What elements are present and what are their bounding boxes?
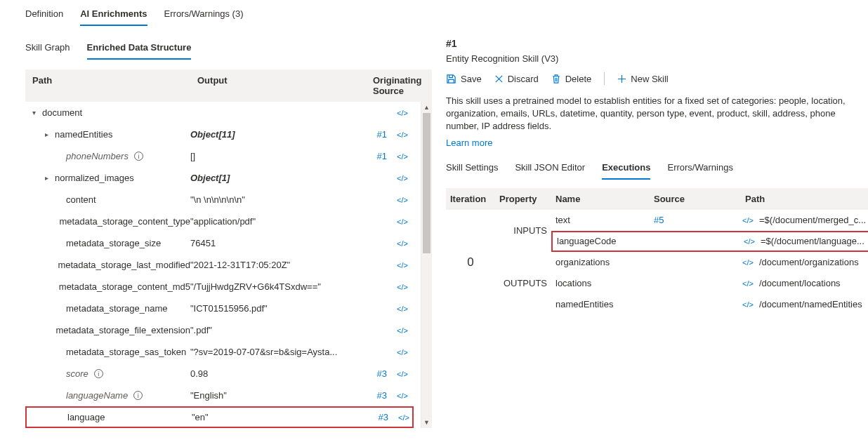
code-icon[interactable]: </> xyxy=(394,326,411,335)
exec-name: text xyxy=(551,215,650,225)
tree-label: namedEntities xyxy=(55,129,112,140)
code-icon[interactable]: </> xyxy=(394,174,411,182)
info-icon[interactable]: i xyxy=(133,391,143,400)
plus-icon xyxy=(617,74,626,84)
tree-row-namedentities[interactable]: ▸namedEntities Object[11] #1 </> xyxy=(25,124,414,145)
discard-label: Discard xyxy=(508,74,539,84)
left-panel: Skill Graph Enriched Data Structure Path… xyxy=(0,27,432,447)
source-link[interactable]: #3 xyxy=(367,412,395,422)
tree-row-mstorage-sas-token[interactable]: metadata_storage_sas_token "?sv=2019-07-… xyxy=(25,341,414,363)
info-icon[interactable]: i xyxy=(134,152,143,161)
exec-path: =$(/document/merged_c... xyxy=(755,215,868,225)
tree-row-content[interactable]: content "\n \n\n\n\n\n" </> xyxy=(25,189,414,211)
code-icon[interactable]: </> xyxy=(394,261,411,269)
code-icon[interactable]: </> xyxy=(394,218,411,226)
subtab-enriched-data[interactable]: Enriched Data Structure xyxy=(87,38,192,60)
scrollbar[interactable]: ▲ ▼ xyxy=(421,102,432,428)
tree-row-languagename[interactable]: languageNamei "English" #3 </> xyxy=(25,385,414,406)
exec-path: /document/organizations xyxy=(755,257,868,267)
tab-skill-errors[interactable]: Errors/Warnings xyxy=(667,158,732,180)
sub-tabs: Skill Graph Enriched Data Structure xyxy=(25,38,432,60)
tree-output: 0.98 xyxy=(190,368,366,379)
code-icon[interactable]: </> xyxy=(394,348,411,356)
header-originating-source: Originating Source xyxy=(366,69,432,102)
tree-label: language xyxy=(67,412,105,422)
skill-description: This skill uses a pretrained model to es… xyxy=(446,95,868,133)
source-link[interactable]: #3 xyxy=(366,390,394,401)
tree-label: metadata_storage_sas_token xyxy=(66,347,186,357)
delete-button[interactable]: Delete xyxy=(551,74,592,84)
scroll-thumb[interactable] xyxy=(423,113,430,253)
scroll-up-icon[interactable]: ▲ xyxy=(421,102,432,113)
source-link[interactable]: #3 xyxy=(366,368,394,379)
tab-executions[interactable]: Executions xyxy=(602,158,650,180)
code-icon[interactable]: </> xyxy=(394,196,411,204)
exec-row-text[interactable]: text #5 </> =$(/document/merged_c... xyxy=(551,210,868,231)
code-icon[interactable]: </> xyxy=(394,239,411,248)
code-icon[interactable]: </> xyxy=(742,237,756,246)
tree-row-score[interactable]: scorei 0.98 #3 </> xyxy=(25,363,414,385)
code-icon[interactable]: </> xyxy=(394,152,411,161)
tree-row-phonenumbers[interactable]: phoneNumbersi [] #1 </> xyxy=(25,145,414,167)
tab-errors-warnings[interactable]: Errors/Warnings (3) xyxy=(164,3,244,26)
close-icon xyxy=(494,74,504,84)
exec-source-link[interactable]: #5 xyxy=(654,215,664,225)
tree-row-mstorage-file-ext[interactable]: metadata_storage_file_extension ".pdf" <… xyxy=(25,319,414,341)
tree-label: metadata_storage_size xyxy=(66,238,161,248)
discard-button[interactable]: Discard xyxy=(494,74,539,84)
tree-row-language[interactable]: language "en" #3 </> xyxy=(25,406,414,428)
info-icon[interactable]: i xyxy=(94,369,103,378)
tree-output: [] xyxy=(190,151,366,161)
tree-label: metadata_storage_last_modified xyxy=(58,260,190,270)
tree-label: metadata_storage_name xyxy=(66,303,168,314)
code-icon[interactable]: </> xyxy=(741,216,755,225)
tree-label: languageName xyxy=(66,390,128,401)
code-icon[interactable]: </> xyxy=(394,131,411,139)
chevron-down-icon[interactable]: ▾ xyxy=(28,109,39,116)
main-tabs: Definition AI Enrichments Errors/Warning… xyxy=(0,0,868,27)
code-icon[interactable]: </> xyxy=(394,109,411,117)
outputs-label: OUTPUTS xyxy=(495,252,551,315)
exec-row-locations[interactable]: locations </> /document/locations xyxy=(551,273,868,294)
code-icon[interactable]: </> xyxy=(394,283,411,291)
new-skill-button[interactable]: New Skill xyxy=(617,74,668,84)
code-icon[interactable]: </> xyxy=(394,392,411,400)
toolbar-separator xyxy=(604,72,605,85)
tree-row-mstorage-size[interactable]: metadata_storage_size 76451 </> xyxy=(25,232,414,254)
tree-label: metadata_storage_file_extension xyxy=(55,325,190,335)
exec-row-languagecode[interactable]: languageCode </> =$(/document/language..… xyxy=(551,231,868,252)
chevron-right-icon[interactable]: ▸ xyxy=(41,174,52,182)
tree-row-mstorage-content-md5[interactable]: metadata_storage_content_md5 "/TujjHwdgZ… xyxy=(25,276,414,298)
scroll-down-icon[interactable]: ▼ xyxy=(421,417,432,428)
tab-skill-settings[interactable]: Skill Settings xyxy=(446,158,498,180)
exec-path: /document/locations xyxy=(755,278,868,288)
tree-row-mstorage-content-type[interactable]: metadata_storage_content_type "applicati… xyxy=(25,211,414,232)
code-icon[interactable]: </> xyxy=(741,300,755,309)
exec-path: /document/namedEntities xyxy=(755,299,868,309)
code-icon[interactable]: </> xyxy=(741,279,755,288)
code-icon[interactable]: </> xyxy=(741,258,755,267)
tab-ai-enrichments[interactable]: AI Enrichments xyxy=(80,3,147,26)
tree-label: metadata_storage_content_md5 xyxy=(59,281,190,292)
skill-subtitle: Entity Recognition Skill (V3) xyxy=(446,53,868,64)
tab-skill-json[interactable]: Skill JSON Editor xyxy=(515,158,585,180)
tree-output: ".pdf" xyxy=(190,325,366,335)
code-icon[interactable]: </> xyxy=(395,413,412,422)
new-skill-label: New Skill xyxy=(631,74,668,84)
exec-name: organizations xyxy=(551,257,650,267)
exec-row-organizations[interactable]: organizations </> /document/organization… xyxy=(551,252,868,273)
exec-row-namedentities[interactable]: namedEntities </> /document/namedEntitie… xyxy=(551,294,868,315)
tree-row-mstorage-name[interactable]: metadata_storage_name "ICT01515956.pdf" … xyxy=(25,298,414,319)
tree-row-normalized-images[interactable]: ▸normalized_images Object[1] </> xyxy=(25,167,414,189)
source-link[interactable]: #1 xyxy=(366,129,394,140)
tree-row-mstorage-last-modified[interactable]: metadata_storage_last_modified "2021-12-… xyxy=(25,254,414,276)
tab-definition[interactable]: Definition xyxy=(25,3,63,26)
learn-more-link[interactable]: Learn more xyxy=(446,138,868,148)
source-link[interactable]: #1 xyxy=(366,151,394,161)
chevron-right-icon[interactable]: ▸ xyxy=(41,131,52,138)
code-icon[interactable]: </> xyxy=(394,305,411,313)
save-button[interactable]: Save xyxy=(446,74,482,84)
subtab-skill-graph[interactable]: Skill Graph xyxy=(25,38,70,60)
tree-row-document[interactable]: ▾document </> xyxy=(25,102,414,124)
code-icon[interactable]: </> xyxy=(394,370,411,378)
